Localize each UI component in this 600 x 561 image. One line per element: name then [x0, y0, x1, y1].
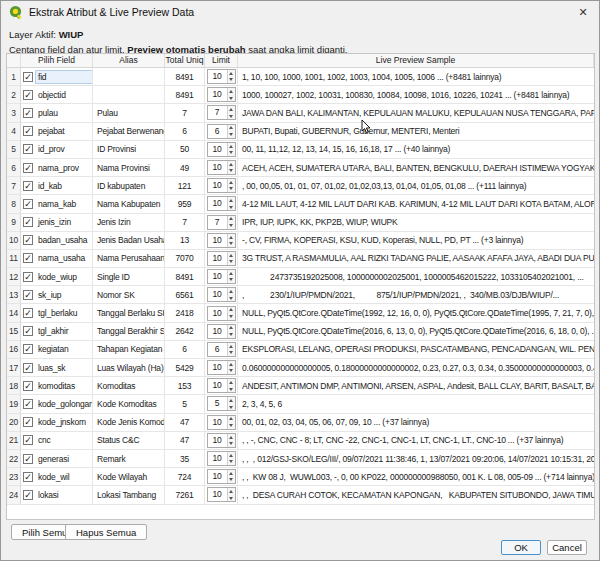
limit-spinbox[interactable]: 10 — [207, 251, 236, 266]
field-cell[interactable]: ✓kode_jnskom — [21, 414, 93, 432]
limit-spinbox[interactable]: 10 — [207, 178, 236, 193]
limit-value[interactable]: 10 — [208, 197, 227, 210]
row-number[interactable]: 7 — [7, 177, 21, 195]
row-number[interactable]: 23 — [7, 468, 21, 486]
limit-spinbox[interactable]: 10 — [207, 69, 236, 84]
limit-value[interactable]: 10 — [208, 70, 227, 83]
alias-cell[interactable]: Nomor SK — [93, 286, 165, 304]
alias-cell[interactable]: Nama Perusahaan — [93, 250, 165, 268]
limit-value[interactable]: 10 — [208, 416, 227, 429]
limit-spinbox[interactable]: 6 — [207, 124, 236, 139]
limit-value[interactable]: 7 — [208, 106, 227, 119]
row-number[interactable]: 13 — [7, 286, 21, 304]
field-cell[interactable]: ✓objectid — [21, 86, 93, 104]
limit-value[interactable]: 7 — [208, 216, 227, 229]
field-checkbox[interactable]: ✓ — [23, 454, 33, 464]
row-number[interactable]: 18 — [7, 377, 21, 395]
limit-value[interactable]: 10 — [208, 452, 227, 465]
limit-spinbox[interactable]: 10 — [207, 415, 236, 430]
spin-down-button[interactable] — [228, 277, 235, 284]
field-cell[interactable]: ✓nama_kab — [21, 195, 93, 213]
field-cell[interactable]: ✓fid — [21, 68, 93, 86]
field-cell[interactable]: ✓kode_wiup — [21, 268, 93, 286]
field-checkbox[interactable]: ✓ — [23, 72, 33, 82]
limit-value[interactable]: 10 — [208, 252, 227, 265]
limit-value[interactable]: 10 — [208, 161, 227, 174]
alias-cell[interactable]: Tanggal Berakhir SK — [93, 323, 165, 341]
field-checkbox[interactable]: ✓ — [23, 308, 33, 318]
alias-cell[interactable]: Kode Jenis Komoditas — [93, 414, 165, 432]
spin-down-button[interactable] — [228, 113, 235, 120]
field-cell[interactable]: ✓kode_golongan — [21, 395, 93, 413]
field-cell[interactable]: ✓kegiatan — [21, 341, 93, 359]
spin-down-button[interactable] — [228, 404, 235, 411]
alias-cell[interactable]: Pulau — [93, 104, 165, 122]
limit-spinbox[interactable]: 10 — [207, 378, 236, 393]
close-icon[interactable]: ✕ — [575, 6, 591, 19]
field-cell[interactable]: ✓generasi — [21, 450, 93, 468]
limit-spinbox[interactable]: 10 — [207, 233, 236, 248]
ok-button[interactable]: OK — [501, 540, 541, 555]
field-checkbox[interactable]: ✓ — [23, 199, 33, 209]
cancel-button[interactable]: Cancel — [547, 540, 587, 555]
spin-down-button[interactable] — [228, 459, 235, 466]
limit-value[interactable]: 10 — [208, 434, 227, 447]
limit-spinbox[interactable]: 7 — [207, 105, 236, 120]
spin-down-button[interactable] — [228, 131, 235, 138]
limit-spinbox[interactable]: 5 — [207, 396, 236, 411]
field-cell[interactable]: ✓tgl_berlaku — [21, 304, 93, 322]
limit-value[interactable]: 10 — [208, 288, 227, 301]
limit-spinbox[interactable]: 10 — [207, 196, 236, 211]
limit-spinbox[interactable]: 10 — [207, 306, 236, 321]
limit-value[interactable]: 10 — [208, 325, 227, 338]
field-cell[interactable]: ✓lokasi — [21, 486, 93, 504]
row-number[interactable]: 10 — [7, 232, 21, 250]
field-cell[interactable]: ✓kode_wil — [21, 468, 93, 486]
field-cell[interactable]: ✓badan_usaha — [21, 232, 93, 250]
spin-down-button[interactable] — [228, 95, 235, 102]
field-checkbox[interactable]: ✓ — [23, 217, 33, 227]
field-checkbox[interactable]: ✓ — [23, 181, 33, 191]
column-header-pilih-field[interactable]: Pilih Field — [21, 54, 93, 67]
alias-cell[interactable]: Kode Komoditas — [93, 395, 165, 413]
alias-cell[interactable]: Tahapan Kegiatan — [93, 341, 165, 359]
limit-value[interactable]: 5 — [208, 397, 227, 410]
spin-down-button[interactable] — [228, 440, 235, 447]
alias-cell[interactable]: Komoditas — [93, 377, 165, 395]
spin-down-button[interactable] — [228, 204, 235, 211]
row-number[interactable]: 12 — [7, 268, 21, 286]
limit-spinbox[interactable]: 10 — [207, 324, 236, 339]
field-checkbox[interactable]: ✓ — [23, 472, 33, 482]
row-number[interactable]: 16 — [7, 341, 21, 359]
field-checkbox[interactable]: ✓ — [23, 326, 33, 336]
limit-spinbox[interactable]: 10 — [207, 287, 236, 302]
field-cell[interactable]: ✓komoditas — [21, 377, 93, 395]
field-cell[interactable]: ✓pulau — [21, 104, 93, 122]
alias-cell[interactable]: Tanggal Berlaku SK — [93, 304, 165, 322]
limit-spinbox[interactable]: 7 — [207, 215, 236, 230]
field-checkbox[interactable]: ✓ — [23, 399, 33, 409]
row-number[interactable]: 8 — [7, 195, 21, 213]
field-cell[interactable]: ✓pejabat — [21, 123, 93, 141]
limit-spinbox[interactable]: 10 — [207, 269, 236, 284]
column-header-limit[interactable]: Limit — [205, 54, 238, 67]
spin-down-button[interactable] — [228, 477, 235, 484]
field-cell[interactable]: ✓sk_iup — [21, 286, 93, 304]
spin-down-button[interactable] — [228, 313, 235, 320]
spin-down-button[interactable] — [228, 386, 235, 393]
limit-spinbox[interactable]: 10 — [207, 360, 236, 375]
spin-down-button[interactable] — [228, 368, 235, 375]
row-number[interactable]: 4 — [7, 123, 21, 141]
limit-value[interactable]: 6 — [208, 125, 227, 138]
limit-value[interactable]: 10 — [208, 488, 227, 501]
alias-cell[interactable]: Nama Kabupaten — [93, 195, 165, 213]
limit-spinbox[interactable]: 10 — [207, 160, 236, 175]
field-cell[interactable]: ✓luas_sk — [21, 359, 93, 377]
alias-cell[interactable] — [93, 68, 165, 86]
limit-value[interactable]: 10 — [208, 143, 227, 156]
column-header-live-preview-sample[interactable]: Live Preview Sample — [238, 54, 594, 67]
field-checkbox[interactable]: ✓ — [23, 90, 33, 100]
field-cell[interactable]: ✓nama_prov — [21, 159, 93, 177]
field-checkbox[interactable]: ✓ — [23, 144, 33, 154]
field-checkbox[interactable]: ✓ — [23, 272, 33, 282]
